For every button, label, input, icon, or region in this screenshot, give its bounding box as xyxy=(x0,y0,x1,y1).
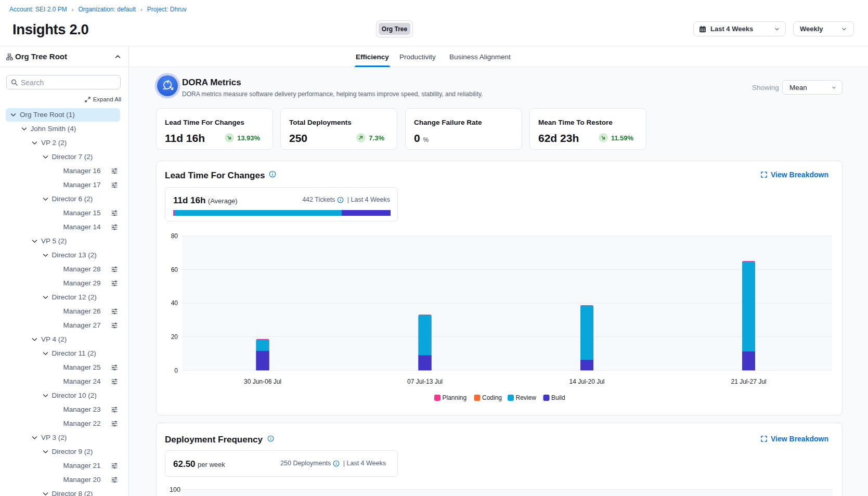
svg-text:60: 60 xyxy=(171,266,178,273)
svg-text:30 Jun-06 Jul: 30 Jun-06 Jul xyxy=(244,378,281,385)
svg-text:14 Jul-20 Jul: 14 Jul-20 Jul xyxy=(569,378,604,385)
svg-text:Planning: Planning xyxy=(443,394,467,401)
svg-text:Review: Review xyxy=(516,394,537,401)
svg-text:Build: Build xyxy=(551,394,565,401)
svg-text:21 Jul-27 Jul: 21 Jul-27 Jul xyxy=(731,378,766,385)
svg-text:0: 0 xyxy=(174,367,178,374)
svg-text:07 Jul-13 Jul: 07 Jul-13 Jul xyxy=(407,378,443,385)
svg-text:20: 20 xyxy=(171,333,178,341)
svg-text:Coding: Coding xyxy=(482,394,502,401)
svg-text:40: 40 xyxy=(171,299,178,307)
svg-text:80: 80 xyxy=(171,232,178,240)
